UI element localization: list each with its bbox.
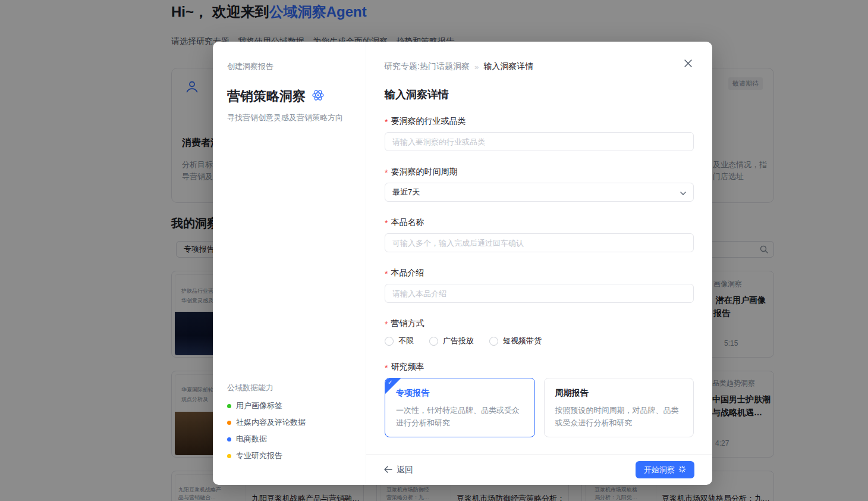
capability-dot-icon (227, 437, 231, 441)
field-period: *要洞察的时间周期 最近7天 (385, 167, 694, 202)
field-product-intro: *本品介绍 (385, 268, 694, 303)
product-name-input[interactable] (385, 233, 694, 252)
required-asterisk: * (385, 320, 388, 329)
capability-item: 用户画像标签 (227, 400, 351, 411)
data-capabilities: 公域数据能力 用户画像标签社媒内容及评论数据电商数据专业研究报告 (227, 383, 351, 467)
insight-form: 输入洞察详情 *要洞察的行业或品类 *要洞察的时间周期 最近7天 *本品名称 (366, 72, 712, 454)
frequency-option-card[interactable]: ✓专项报告一次性，针对特定品牌、品类或受众进行分析和研究 (385, 378, 535, 437)
back-button[interactable]: 返回 (384, 465, 413, 475)
frequency-option-card[interactable]: 周期报告按照预设的时间周期，对品牌、品类或受众进行分析和研究 (544, 378, 694, 437)
capability-list: 用户画像标签社媒内容及评论数据电商数据专业研究报告 (227, 400, 351, 461)
field-label-product-name: 本品名称 (391, 217, 424, 228)
capability-label: 用户画像标签 (236, 400, 282, 411)
form-title: 输入洞察详情 (385, 87, 694, 102)
radio-circle-icon (489, 337, 498, 346)
radio-circle-icon (385, 337, 394, 346)
modal-header: 研究专题:热门话题洞察 » 输入洞察详情 (366, 42, 712, 72)
required-asterisk: * (385, 269, 388, 278)
field-label-period: 要洞察的时间周期 (391, 167, 457, 177)
radio-circle-icon (429, 337, 438, 346)
frequency-option-desc: 按照预设的时间周期，对品牌、品类或受众进行分析和研究 (555, 404, 683, 429)
atom-icon (312, 89, 325, 104)
breadcrumb-current: 输入洞察详情 (483, 61, 533, 72)
product-intro-input[interactable] (385, 284, 694, 303)
capability-dot-icon (227, 421, 231, 425)
chevron-down-icon (680, 187, 686, 198)
insight-type-title: 营销策略洞察 (227, 87, 306, 105)
arrow-left-icon (384, 465, 392, 475)
field-frequency: *研究频率 ✓专项报告一次性，针对特定品牌、品类或受众进行分析和研究周期报告按照… (385, 362, 694, 437)
start-insight-label: 开始洞察 (644, 465, 675, 475)
capability-item: 社媒内容及评论数据 (227, 417, 351, 428)
frequency-options: ✓专项报告一次性，针对特定品牌、品类或受众进行分析和研究周期报告按照预设的时间周… (385, 378, 694, 437)
required-asterisk: * (385, 363, 388, 372)
back-button-label: 返回 (397, 465, 413, 475)
capability-item: 专业研究报告 (227, 450, 351, 461)
field-label-product-intro: 本品介绍 (391, 268, 424, 278)
radio-option-label: 短视频带货 (503, 336, 542, 346)
check-icon: ✓ (388, 379, 392, 386)
marketing-radio-option[interactable]: 不限 (385, 336, 414, 346)
modal-eyebrow: 创建洞察报告 (227, 61, 351, 72)
capability-dot-icon (227, 454, 231, 458)
capabilities-title: 公域数据能力 (227, 383, 351, 393)
capability-dot-icon (227, 404, 231, 408)
breadcrumb-parent[interactable]: 研究专题:热门话题洞察 (384, 61, 470, 72)
insight-type-subtitle: 寻找营销创意灵感及营销策略方向 (227, 112, 351, 123)
radio-option-label: 不限 (398, 336, 414, 346)
loading-spinner-icon (678, 465, 686, 475)
field-label-industry: 要洞察的行业或品类 (391, 116, 466, 127)
capability-label: 电商数据 (236, 434, 267, 444)
frequency-option-title: 周期报告 (555, 388, 683, 399)
field-label-frequency: 研究频率 (391, 362, 424, 372)
required-asterisk: * (385, 168, 388, 177)
close-button[interactable] (682, 57, 694, 70)
marketing-radio-option[interactable]: 短视频带货 (489, 336, 542, 346)
frequency-option-desc: 一次性，针对特定品牌、品类或受众进行分析和研究 (396, 404, 524, 429)
field-marketing: *营销方式 不限广告投放短视频带货 (385, 318, 694, 346)
marketing-radio-option[interactable]: 广告投放 (429, 336, 474, 346)
period-select-value: 最近7天 (392, 187, 420, 198)
frequency-option-title: 专项报告 (396, 388, 524, 399)
start-insight-button[interactable]: 开始洞察 (636, 461, 694, 478)
required-asterisk: * (385, 117, 388, 127)
field-industry: *要洞察的行业或品类 (385, 116, 694, 151)
modal-right-panel: 研究专题:热门话题洞察 » 输入洞察详情 输入洞察详情 *要洞察的行业或品类 *… (366, 42, 712, 485)
radio-option-label: 广告投放 (443, 336, 474, 346)
capability-item: 电商数据 (227, 434, 351, 444)
marketing-radio-group: 不限广告投放短视频带货 (385, 334, 694, 346)
industry-input[interactable] (385, 132, 694, 151)
modal-left-panel: 创建洞察报告 营销策略洞察 寻找营销创意灵感及营销策略方向 公域数据能力 用户画… (213, 42, 366, 485)
breadcrumb-separator-icon: » (470, 62, 483, 71)
field-product-name: *本品名称 (385, 217, 694, 252)
capability-label: 社媒内容及评论数据 (236, 417, 306, 428)
field-label-marketing: 营销方式 (391, 318, 424, 329)
period-select[interactable]: 最近7天 (385, 183, 694, 202)
create-insight-modal: 创建洞察报告 营销策略洞察 寻找营销创意灵感及营销策略方向 公域数据能力 用户画… (213, 42, 712, 485)
required-asterisk: * (385, 218, 388, 228)
close-icon (684, 60, 692, 67)
modal-footer: 返回 开始洞察 (366, 454, 712, 485)
capability-label: 专业研究报告 (236, 450, 282, 461)
